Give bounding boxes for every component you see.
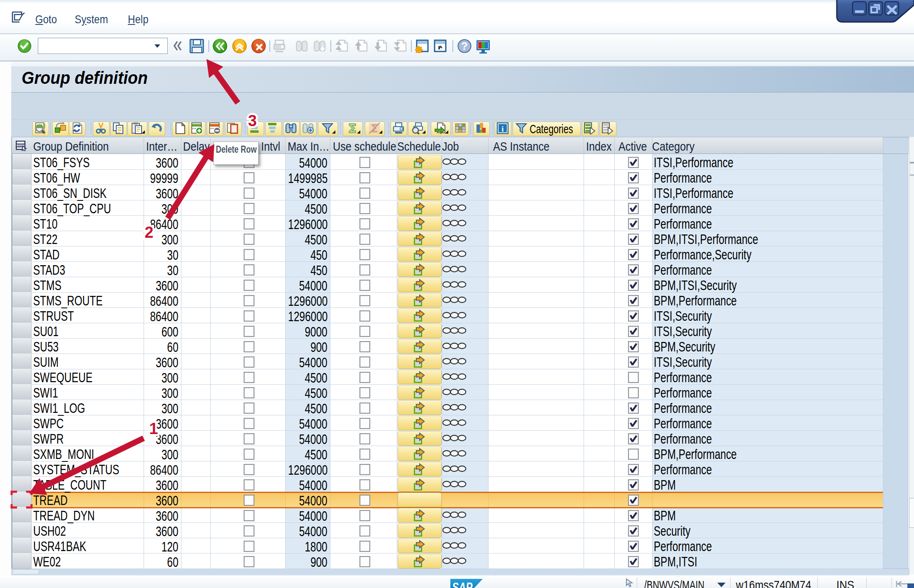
svg-text:?: ? — [461, 40, 468, 52]
svg-text:i: i — [501, 124, 503, 133]
